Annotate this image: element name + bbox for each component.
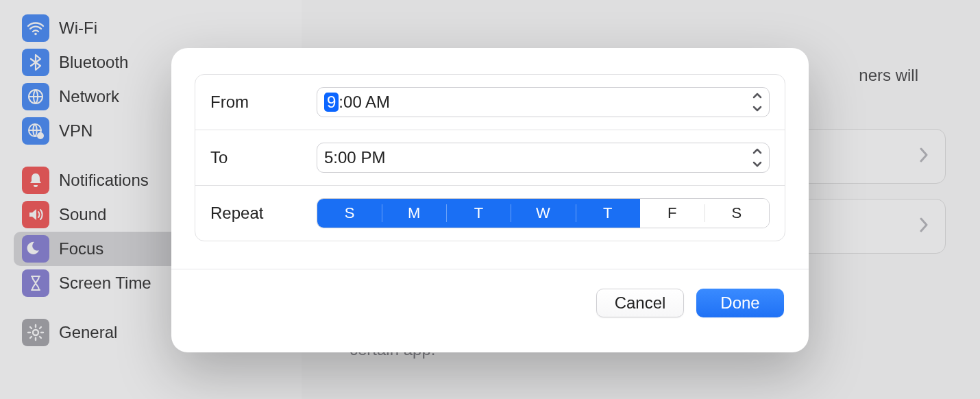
- chevron-up-icon: [752, 92, 762, 99]
- from-time-rest: :00 AM: [339, 93, 390, 112]
- to-label: To: [210, 148, 317, 167]
- day-toggle-5[interactable]: F: [640, 199, 705, 228]
- day-toggle-2[interactable]: T: [446, 199, 511, 228]
- from-stepper[interactable]: [750, 92, 765, 112]
- chevron-down-icon: [752, 161, 762, 168]
- day-toggle-4[interactable]: T: [576, 199, 640, 228]
- row-repeat: Repeat SMTWTFS: [195, 186, 785, 241]
- from-time-picker[interactable]: 9:00 AM: [317, 87, 770, 117]
- row-from: From 9:00 AM: [195, 75, 785, 130]
- to-time-picker[interactable]: 5:00 PM: [317, 143, 770, 173]
- to-time-value: 5:00 PM: [324, 148, 385, 167]
- schedule-card: From 9:00 AM To 5:00 PM: [195, 74, 785, 241]
- done-button[interactable]: Done: [696, 289, 784, 317]
- day-toggle-1[interactable]: M: [382, 199, 446, 228]
- day-toggle-3[interactable]: W: [511, 199, 575, 228]
- repeat-label: Repeat: [210, 204, 317, 223]
- from-hour-selected[interactable]: 9: [324, 93, 339, 112]
- chevron-up-icon: [752, 147, 762, 154]
- row-to: To 5:00 PM: [195, 130, 785, 186]
- schedule-dialog: From 9:00 AM To 5:00 PM: [171, 48, 809, 352]
- day-selector[interactable]: SMTWTFS: [317, 198, 770, 228]
- modal-footer: Cancel Done: [171, 269, 809, 352]
- chevron-down-icon: [752, 106, 762, 112]
- day-toggle-6[interactable]: S: [705, 199, 769, 228]
- to-stepper[interactable]: [750, 147, 765, 168]
- cancel-button[interactable]: Cancel: [596, 289, 684, 317]
- day-toggle-0[interactable]: S: [317, 199, 382, 228]
- from-label: From: [210, 93, 317, 112]
